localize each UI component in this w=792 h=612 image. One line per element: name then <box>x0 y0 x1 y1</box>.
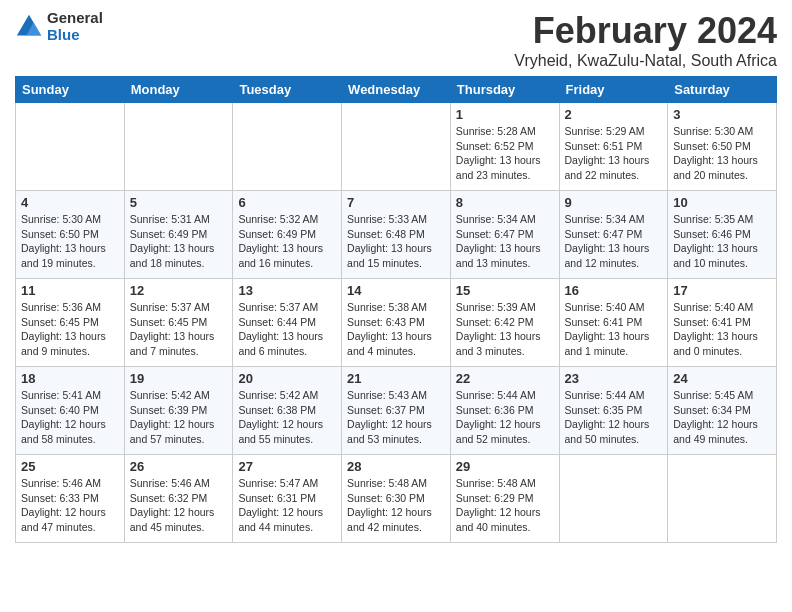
calendar-cell: 24Sunrise: 5:45 AM Sunset: 6:34 PM Dayli… <box>668 367 777 455</box>
month-title: February 2024 <box>514 10 777 52</box>
day-number: 6 <box>238 195 336 210</box>
day-info: Sunrise: 5:41 AM Sunset: 6:40 PM Dayligh… <box>21 388 119 447</box>
day-info: Sunrise: 5:46 AM Sunset: 6:32 PM Dayligh… <box>130 476 228 535</box>
day-info: Sunrise: 5:34 AM Sunset: 6:47 PM Dayligh… <box>565 212 663 271</box>
day-info: Sunrise: 5:40 AM Sunset: 6:41 PM Dayligh… <box>565 300 663 359</box>
calendar-cell <box>668 455 777 543</box>
day-number: 20 <box>238 371 336 386</box>
day-number: 4 <box>21 195 119 210</box>
day-info: Sunrise: 5:42 AM Sunset: 6:38 PM Dayligh… <box>238 388 336 447</box>
calendar-cell: 11Sunrise: 5:36 AM Sunset: 6:45 PM Dayli… <box>16 279 125 367</box>
calendar-cell <box>342 103 451 191</box>
page-header: General Blue February 2024 Vryheid, KwaZ… <box>15 10 777 70</box>
day-info: Sunrise: 5:28 AM Sunset: 6:52 PM Dayligh… <box>456 124 554 183</box>
day-number: 12 <box>130 283 228 298</box>
day-number: 27 <box>238 459 336 474</box>
weekday-header-wednesday: Wednesday <box>342 77 451 103</box>
weekday-header-saturday: Saturday <box>668 77 777 103</box>
day-info: Sunrise: 5:39 AM Sunset: 6:42 PM Dayligh… <box>456 300 554 359</box>
day-number: 23 <box>565 371 663 386</box>
weekday-header-monday: Monday <box>124 77 233 103</box>
calendar-cell <box>233 103 342 191</box>
day-number: 28 <box>347 459 445 474</box>
day-info: Sunrise: 5:34 AM Sunset: 6:47 PM Dayligh… <box>456 212 554 271</box>
calendar-cell: 27Sunrise: 5:47 AM Sunset: 6:31 PM Dayli… <box>233 455 342 543</box>
calendar-cell: 17Sunrise: 5:40 AM Sunset: 6:41 PM Dayli… <box>668 279 777 367</box>
calendar-cell: 9Sunrise: 5:34 AM Sunset: 6:47 PM Daylig… <box>559 191 668 279</box>
day-number: 15 <box>456 283 554 298</box>
day-info: Sunrise: 5:44 AM Sunset: 6:35 PM Dayligh… <box>565 388 663 447</box>
day-info: Sunrise: 5:47 AM Sunset: 6:31 PM Dayligh… <box>238 476 336 535</box>
calendar-cell: 5Sunrise: 5:31 AM Sunset: 6:49 PM Daylig… <box>124 191 233 279</box>
calendar-cell <box>16 103 125 191</box>
calendar-cell: 29Sunrise: 5:48 AM Sunset: 6:29 PM Dayli… <box>450 455 559 543</box>
calendar-cell: 7Sunrise: 5:33 AM Sunset: 6:48 PM Daylig… <box>342 191 451 279</box>
day-info: Sunrise: 5:42 AM Sunset: 6:39 PM Dayligh… <box>130 388 228 447</box>
calendar-cell <box>559 455 668 543</box>
calendar-cell: 22Sunrise: 5:44 AM Sunset: 6:36 PM Dayli… <box>450 367 559 455</box>
day-info: Sunrise: 5:38 AM Sunset: 6:43 PM Dayligh… <box>347 300 445 359</box>
calendar-cell: 18Sunrise: 5:41 AM Sunset: 6:40 PM Dayli… <box>16 367 125 455</box>
logo: General Blue <box>15 10 103 43</box>
calendar-cell: 15Sunrise: 5:39 AM Sunset: 6:42 PM Dayli… <box>450 279 559 367</box>
calendar-cell: 8Sunrise: 5:34 AM Sunset: 6:47 PM Daylig… <box>450 191 559 279</box>
calendar-cell: 3Sunrise: 5:30 AM Sunset: 6:50 PM Daylig… <box>668 103 777 191</box>
day-number: 11 <box>21 283 119 298</box>
calendar-week-row: 1Sunrise: 5:28 AM Sunset: 6:52 PM Daylig… <box>16 103 777 191</box>
calendar-cell: 26Sunrise: 5:46 AM Sunset: 6:32 PM Dayli… <box>124 455 233 543</box>
day-info: Sunrise: 5:37 AM Sunset: 6:44 PM Dayligh… <box>238 300 336 359</box>
day-number: 16 <box>565 283 663 298</box>
day-info: Sunrise: 5:43 AM Sunset: 6:37 PM Dayligh… <box>347 388 445 447</box>
day-info: Sunrise: 5:29 AM Sunset: 6:51 PM Dayligh… <box>565 124 663 183</box>
calendar-cell: 16Sunrise: 5:40 AM Sunset: 6:41 PM Dayli… <box>559 279 668 367</box>
day-info: Sunrise: 5:31 AM Sunset: 6:49 PM Dayligh… <box>130 212 228 271</box>
weekday-header-sunday: Sunday <box>16 77 125 103</box>
calendar-week-row: 18Sunrise: 5:41 AM Sunset: 6:40 PM Dayli… <box>16 367 777 455</box>
calendar-cell: 2Sunrise: 5:29 AM Sunset: 6:51 PM Daylig… <box>559 103 668 191</box>
day-number: 25 <box>21 459 119 474</box>
day-number: 5 <box>130 195 228 210</box>
calendar-cell: 12Sunrise: 5:37 AM Sunset: 6:45 PM Dayli… <box>124 279 233 367</box>
day-number: 29 <box>456 459 554 474</box>
day-number: 9 <box>565 195 663 210</box>
day-info: Sunrise: 5:45 AM Sunset: 6:34 PM Dayligh… <box>673 388 771 447</box>
logo-icon <box>15 13 43 41</box>
day-info: Sunrise: 5:32 AM Sunset: 6:49 PM Dayligh… <box>238 212 336 271</box>
calendar: SundayMondayTuesdayWednesdayThursdayFrid… <box>15 76 777 543</box>
day-number: 22 <box>456 371 554 386</box>
calendar-cell <box>124 103 233 191</box>
day-info: Sunrise: 5:36 AM Sunset: 6:45 PM Dayligh… <box>21 300 119 359</box>
day-info: Sunrise: 5:35 AM Sunset: 6:46 PM Dayligh… <box>673 212 771 271</box>
location-title: Vryheid, KwaZulu-Natal, South Africa <box>514 52 777 70</box>
day-number: 17 <box>673 283 771 298</box>
day-number: 26 <box>130 459 228 474</box>
calendar-week-row: 4Sunrise: 5:30 AM Sunset: 6:50 PM Daylig… <box>16 191 777 279</box>
calendar-week-row: 11Sunrise: 5:36 AM Sunset: 6:45 PM Dayli… <box>16 279 777 367</box>
title-section: February 2024 Vryheid, KwaZulu-Natal, So… <box>514 10 777 70</box>
calendar-cell: 19Sunrise: 5:42 AM Sunset: 6:39 PM Dayli… <box>124 367 233 455</box>
calendar-cell: 4Sunrise: 5:30 AM Sunset: 6:50 PM Daylig… <box>16 191 125 279</box>
day-info: Sunrise: 5:30 AM Sunset: 6:50 PM Dayligh… <box>21 212 119 271</box>
day-info: Sunrise: 5:40 AM Sunset: 6:41 PM Dayligh… <box>673 300 771 359</box>
day-number: 2 <box>565 107 663 122</box>
day-number: 7 <box>347 195 445 210</box>
logo-general-text: General <box>47 10 103 27</box>
logo-blue-text: Blue <box>47 27 103 44</box>
day-info: Sunrise: 5:30 AM Sunset: 6:50 PM Dayligh… <box>673 124 771 183</box>
day-number: 1 <box>456 107 554 122</box>
day-info: Sunrise: 5:33 AM Sunset: 6:48 PM Dayligh… <box>347 212 445 271</box>
day-number: 14 <box>347 283 445 298</box>
day-number: 18 <box>21 371 119 386</box>
day-number: 13 <box>238 283 336 298</box>
day-info: Sunrise: 5:48 AM Sunset: 6:30 PM Dayligh… <box>347 476 445 535</box>
weekday-header-tuesday: Tuesday <box>233 77 342 103</box>
day-number: 10 <box>673 195 771 210</box>
calendar-cell: 28Sunrise: 5:48 AM Sunset: 6:30 PM Dayli… <box>342 455 451 543</box>
day-number: 3 <box>673 107 771 122</box>
calendar-cell: 10Sunrise: 5:35 AM Sunset: 6:46 PM Dayli… <box>668 191 777 279</box>
day-number: 19 <box>130 371 228 386</box>
calendar-cell: 21Sunrise: 5:43 AM Sunset: 6:37 PM Dayli… <box>342 367 451 455</box>
weekday-header-friday: Friday <box>559 77 668 103</box>
calendar-cell: 23Sunrise: 5:44 AM Sunset: 6:35 PM Dayli… <box>559 367 668 455</box>
calendar-cell: 14Sunrise: 5:38 AM Sunset: 6:43 PM Dayli… <box>342 279 451 367</box>
